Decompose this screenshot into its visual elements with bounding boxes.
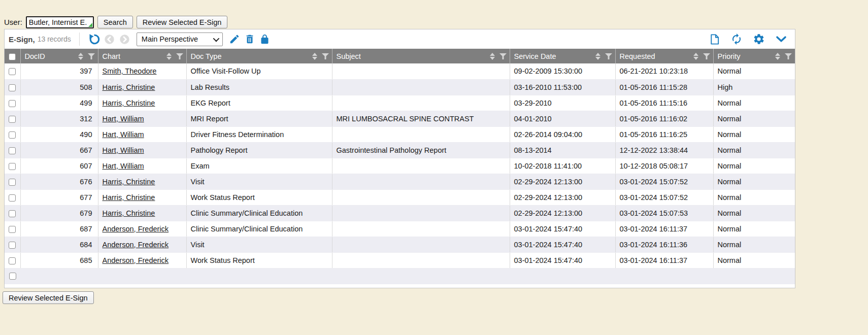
chart-link[interactable]: Harris, Christine — [103, 193, 155, 202]
chart-link[interactable]: Anderson, Frederick — [103, 241, 169, 249]
sort-icon[interactable] — [78, 53, 83, 60]
sort-icon[interactable] — [166, 53, 172, 60]
chart-link[interactable]: Hart, William — [103, 146, 144, 154]
header-doctype[interactable]: Doc Type — [186, 49, 332, 63]
sort-icon[interactable] — [312, 53, 317, 60]
service-date-cell: 03-01-2024 15:47:40 — [510, 221, 615, 237]
reset-button[interactable] — [88, 32, 101, 46]
review-selected-esign-button-bottom[interactable]: Review Selected E-Sign — [3, 291, 94, 304]
table-row: 676Harris, ChristineVisit02-29-2024 12:1… — [5, 174, 795, 189]
service-date-cell: 04-01-2010 — [510, 111, 615, 126]
row-select-cell — [5, 111, 20, 126]
doctype-cell: Pathology Report — [186, 142, 332, 158]
table-row: 490Hart, WilliamDriver Fitness Determina… — [5, 126, 795, 142]
chart-link[interactable]: Harris, Christine — [103, 83, 155, 91]
priority-cell: Normal — [713, 205, 795, 221]
header-label: Doc Type — [191, 52, 222, 60]
trailing-row — [5, 269, 795, 284]
chart-cell: Harris, Christine — [98, 95, 186, 111]
docid-cell: 667 — [20, 142, 98, 158]
filter-icon[interactable] — [605, 53, 612, 59]
row-checkbox[interactable] — [9, 257, 16, 264]
top-bar: User: Search Review Selected E-Sign — [4, 15, 227, 29]
lock-perspective-button[interactable] — [258, 32, 272, 46]
chevron-right-circle-icon — [119, 34, 130, 45]
header-docid[interactable]: DocID — [20, 49, 98, 63]
user-input[interactable] — [26, 16, 94, 28]
chart-link[interactable]: Hart, William — [103, 162, 144, 170]
chart-link[interactable]: Hart, William — [103, 130, 144, 139]
previous-button[interactable] — [103, 32, 116, 46]
subject-cell — [332, 205, 510, 221]
service-date-cell: 02-29-2024 12:13:00 — [510, 205, 615, 221]
doctype-cell: Office Visit-Follow Up — [186, 63, 332, 79]
row-checkbox[interactable] — [9, 116, 16, 123]
header-service-date[interactable]: Service Date — [510, 49, 615, 63]
row-checkbox[interactable] — [9, 163, 16, 170]
service-date-cell: 08-13-2014 — [510, 142, 615, 158]
docid-cell: 685 — [20, 252, 98, 268]
table-row: 499Harris, ChristineEKG Report03-29-2010… — [5, 95, 795, 111]
chart-link[interactable]: Hart, William — [103, 115, 144, 123]
perspective-selected-value: Main Perspective — [142, 35, 210, 43]
requested-cell: 01-05-2016 11:15:16 — [615, 95, 713, 111]
requested-cell: 03-01-2024 15:07:52 — [615, 189, 713, 205]
service-date-cell: 09-02-2009 15:30:00 — [510, 63, 615, 79]
chart-link[interactable]: Harris, Christine — [103, 178, 155, 186]
header-priority[interactable]: Priority — [713, 49, 795, 63]
table-row: 312Hart, WilliamMRI ReportMRI LUMBOSACRA… — [5, 111, 795, 126]
table-row: 667Hart, WilliamPathology ReportGastroin… — [5, 142, 795, 158]
refresh-button[interactable] — [730, 32, 743, 46]
search-button[interactable]: Search — [97, 16, 133, 28]
service-date-cell: 03-29-2010 — [510, 95, 615, 111]
row-checkbox[interactable] — [9, 131, 16, 139]
subject-cell — [332, 252, 510, 268]
doctype-cell: MRI Report — [186, 111, 332, 126]
sort-icon[interactable] — [490, 53, 495, 60]
priority-cell: Normal — [713, 158, 795, 174]
service-date-cell: 02-29-2024 12:13:00 — [510, 174, 615, 189]
row-checkbox[interactable] — [9, 242, 16, 249]
row-checkbox[interactable] — [9, 194, 16, 202]
header-label: Priority — [718, 52, 741, 60]
select-all-checkbox[interactable] — [9, 53, 16, 60]
settings-button[interactable] — [752, 32, 765, 46]
table-row: 684Anderson, FrederickVisit03-01-2024 15… — [5, 237, 795, 252]
review-selected-esign-button-top[interactable]: Review Selected E-Sign — [137, 16, 228, 28]
row-checkbox[interactable] — [9, 147, 16, 154]
chart-link[interactable]: Anderson, Frederick — [103, 256, 169, 264]
filter-icon[interactable] — [176, 53, 183, 59]
sort-icon[interactable] — [693, 53, 698, 60]
chart-link[interactable]: Anderson, Frederick — [103, 225, 169, 233]
table-row: 508Harris, ChristineLab Results03-16-201… — [5, 79, 795, 95]
header-subject[interactable]: Subject — [332, 49, 510, 63]
filter-icon[interactable] — [88, 53, 95, 59]
next-button[interactable] — [118, 32, 131, 46]
filter-icon[interactable] — [322, 53, 329, 59]
row-checkbox[interactable] — [9, 179, 16, 186]
perspective-select[interactable]: Main Perspective — [137, 32, 223, 46]
chart-link[interactable]: Harris, Christine — [103, 99, 155, 107]
new-document-button[interactable] — [708, 32, 721, 46]
row-checkbox[interactable] — [9, 84, 16, 91]
header-requested[interactable]: Requested — [615, 49, 713, 63]
chart-cell: Hart, William — [98, 158, 186, 174]
table-row: 685Anderson, FrederickWork Status Report… — [5, 252, 795, 268]
row-checkbox[interactable] — [9, 210, 16, 217]
docid-cell: 684 — [20, 237, 98, 252]
sort-icon[interactable] — [595, 53, 600, 60]
edit-perspective-button[interactable] — [228, 32, 241, 46]
chart-link[interactable]: Harris, Christine — [103, 209, 155, 217]
filter-icon[interactable] — [785, 53, 792, 59]
row-checkbox[interactable] — [9, 226, 16, 233]
chart-link[interactable]: Smith, Theodore — [103, 67, 157, 75]
filter-icon[interactable] — [703, 53, 710, 59]
filter-icon[interactable] — [499, 53, 507, 59]
header-chart[interactable]: Chart — [98, 49, 186, 63]
row-checkbox[interactable] — [9, 100, 16, 107]
collapse-button[interactable] — [775, 32, 788, 46]
trailing-row-checkbox[interactable] — [9, 273, 16, 280]
row-checkbox[interactable] — [9, 68, 16, 75]
delete-perspective-button[interactable] — [243, 32, 256, 46]
sort-icon[interactable] — [775, 53, 780, 60]
